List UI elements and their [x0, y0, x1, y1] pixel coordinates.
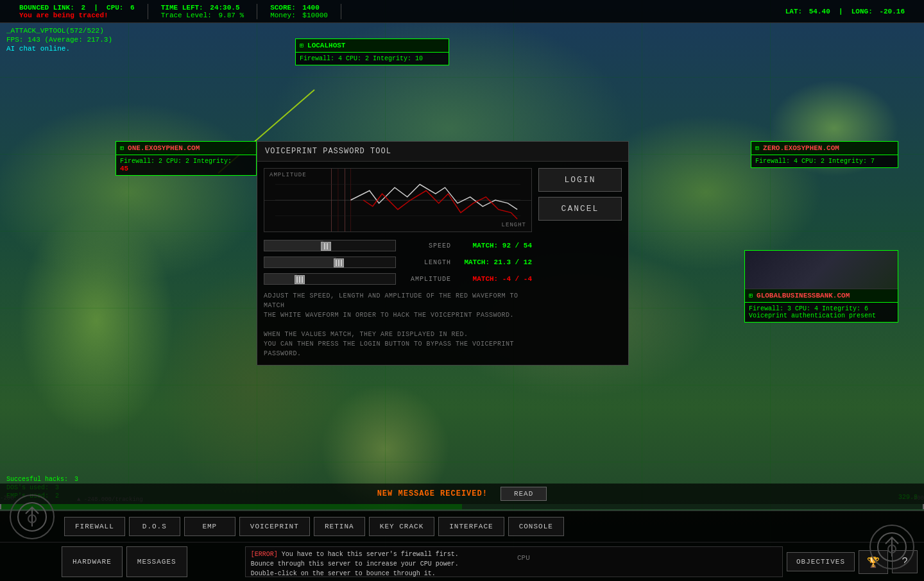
- long-value: -20.16: [879, 8, 905, 15]
- messages-button[interactable]: MESSAGES: [126, 546, 187, 577]
- logo-right-container: [869, 525, 914, 569]
- money-display: Money: $10000: [270, 12, 328, 19]
- waveform-svg: [264, 169, 531, 232]
- coordinates-section: LAT: 54.40 | LONG: -20.16: [773, 8, 918, 15]
- zero-exosyphen-title: ZERO.EXOSYPHEN.COM: [763, 144, 839, 152]
- hud-ai-status: AI chat online.: [6, 45, 112, 53]
- length-label: Length: [400, 259, 451, 266]
- trace-level: Trace Level: 9.87 %: [161, 12, 244, 19]
- one-exosyphen-title: ONE.EXOSYPHEN.COM: [128, 144, 200, 152]
- logo-spacer: [6, 546, 58, 577]
- score-label: Score: 1400: [270, 4, 328, 12]
- score-label-text: Score:: [270, 4, 296, 12]
- zero-exosyphen-node[interactable]: ⊞ ZERO.EXOSYPHEN.COM Firewall: 4 CPU: 2 …: [751, 141, 898, 168]
- speed-match: MATCH: 92 / 54: [455, 242, 532, 249]
- lat-label: LAT:: [785, 8, 802, 15]
- coords-header: LAT: 54.40 | LONG: -20.16: [785, 8, 905, 15]
- read-button[interactable]: Read: [501, 487, 547, 501]
- amplitude-thumb[interactable]: [295, 275, 305, 284]
- firewall-button[interactable]: FIREWALL: [64, 517, 125, 536]
- voiceprint-dialog: Voiceprint Password Tool Amplitude Lengh…: [257, 141, 629, 366]
- cpu-header-label: CPU:: [107, 4, 123, 12]
- globalbiz-thumbnail: [745, 251, 898, 289]
- bounced-link-label-text: Bounced Link:: [19, 4, 74, 12]
- globalbiz-info1: Firewall: 3 CPU: 4 Integrity: 6: [749, 305, 894, 312]
- amplitude-slider-label: Amplitude: [400, 276, 451, 283]
- speed-thumb[interactable]: [321, 242, 331, 251]
- speed-label: Speed: [400, 242, 451, 249]
- warning-text: You are being traced!: [19, 12, 135, 19]
- localhost-node[interactable]: ⊞ LOCALHOST Firewall: 4 CPU: 2 Integrity…: [295, 38, 449, 65]
- header-bar: Bounced Link: 2 | CPU: 6 You are being t…: [0, 0, 924, 23]
- length-slider[interactable]: [264, 257, 396, 268]
- one-exosyphen-node[interactable]: ⊞ ONE.EXOSYPHEN.COM Firewall: 2 CPU: 2 I…: [116, 141, 257, 176]
- bounced-link-value: 2: [81, 4, 85, 12]
- key-crack-button[interactable]: KEY CRACK: [369, 517, 434, 536]
- long-label: LONG:: [851, 8, 873, 15]
- globalbiz-node[interactable]: ⊞ GlobalBusinessBank.com Firewall: 3 CPU…: [744, 250, 898, 323]
- instruction-line4: You can then press the login button to b…: [264, 339, 532, 358]
- bottom-toolbar: FIREWALL D.O.S EMP VOICEPRINT RETINA KEY…: [0, 510, 924, 581]
- error-prefix: [ERROR]: [251, 551, 278, 558]
- hud-fps-text: FPS: 143 (Average: 217.3): [6, 36, 112, 44]
- interface-button[interactable]: INTERFACE: [438, 517, 504, 536]
- waveform-display: Amplitude Lenght: [264, 168, 532, 232]
- node-icon: ⊞: [755, 144, 759, 152]
- hud-panel: _ATTACK_VPTOOL(572/522) FPS: 143 (Averag…: [6, 27, 112, 54]
- new-message-label: New Message Received!: [377, 489, 488, 498]
- objectives-button[interactable]: OBJECTIVES: [787, 552, 855, 571]
- one-exosyphen-value: 45: [120, 165, 252, 173]
- length-match: MATCH: 21.3 / 12: [455, 258, 532, 266]
- hacks-label: Succesful hacks:: [6, 476, 68, 483]
- time-left-label: Time Left:: [161, 4, 203, 12]
- money-label: Money:: [270, 12, 296, 19]
- cancel-button[interactable]: Cancel: [538, 197, 622, 221]
- progress-marker-left: -200: [0, 504, 1, 509]
- console-button[interactable]: CONSOLE: [508, 517, 564, 536]
- hud-command-text: _ATTACK_VPTOOL(572/522): [6, 27, 104, 35]
- money-value: $10000: [302, 12, 328, 19]
- top-toolbar-buttons: FIREWALL D.O.S EMP VOICEPRINT RETINA KEY…: [64, 517, 564, 536]
- one-exosyphen-header: ⊞ ONE.EXOSYPHEN.COM: [116, 142, 256, 155]
- time-label: Time Left: 24:30.5: [161, 4, 244, 12]
- speed-slider-row: Speed MATCH: 92 / 54: [264, 240, 532, 251]
- instruction-line3: When the values match, they are displaye…: [264, 330, 532, 339]
- speed-slider[interactable]: [264, 240, 396, 251]
- zero-exosyphen-body: Firewall: 4 CPU: 2 Integrity: 7: [751, 155, 898, 167]
- amplitude-slider[interactable]: [264, 273, 396, 285]
- localhost-body: Firewall: 4 CPU: 2 Integrity: 10: [296, 53, 449, 65]
- dialog-buttons: Login Cancel: [538, 168, 622, 358]
- login-button[interactable]: Login: [538, 168, 622, 192]
- voiceprint-button[interactable]: VOICEPRINT: [239, 517, 310, 536]
- logo-left-container: [10, 494, 55, 539]
- lat-value: 54.40: [809, 8, 830, 15]
- cpu-header-value: 6: [130, 4, 135, 12]
- logo-left-icon: [10, 494, 55, 539]
- localhost-info: Firewall: 4 CPU: 2 Integrity: 10: [300, 55, 445, 62]
- progress-bar-fill: [0, 504, 462, 509]
- dialog-content: Amplitude Lenght: [257, 162, 628, 365]
- dialog-main: Amplitude Lenght: [264, 168, 532, 358]
- toolbar-top: FIREWALL D.O.S EMP VOICEPRINT RETINA KEY…: [0, 511, 924, 543]
- hacks-value: 3: [74, 476, 78, 483]
- amplitude-slider-row: Amplitude MATCH: -4 / -4: [264, 273, 532, 285]
- time-left-value: 24:30.5: [210, 4, 239, 12]
- zero-exosyphen-header: ⊞ ZERO.EXOSYPHEN.COM: [751, 142, 898, 155]
- cpu-label-text: CPU: [517, 554, 530, 562]
- error-line2: Bounce through this server to increase y…: [251, 559, 777, 569]
- localhost-title: LOCALHOST: [307, 42, 345, 49]
- trace-value: 9.87 %: [219, 12, 244, 19]
- progress-bar-area: -200 200: [0, 504, 924, 509]
- emp-button[interactable]: EMP: [184, 517, 235, 536]
- retina-button[interactable]: RETINA: [314, 517, 365, 536]
- dos-button[interactable]: D.O.S: [129, 517, 180, 536]
- error-message-box: [ERROR] You have to hack this server's f…: [245, 546, 783, 577]
- hardware-button[interactable]: HARDWARE: [62, 546, 123, 577]
- successful-hacks: Succesful hacks: 3: [6, 476, 78, 483]
- globalbiz-body: Firewall: 3 CPU: 4 Integrity: 6 Voicepri…: [745, 303, 898, 322]
- hud-fps: FPS: 143 (Average: 217.3): [6, 36, 112, 44]
- length-thumb[interactable]: [334, 258, 344, 267]
- score-section: Score: 1400 Money: $10000: [257, 4, 341, 19]
- bounced-link-label: Bounced Link: 2 | CPU: 6: [19, 4, 135, 12]
- error-line3: Double-click on the server to bounce thr…: [251, 569, 777, 578]
